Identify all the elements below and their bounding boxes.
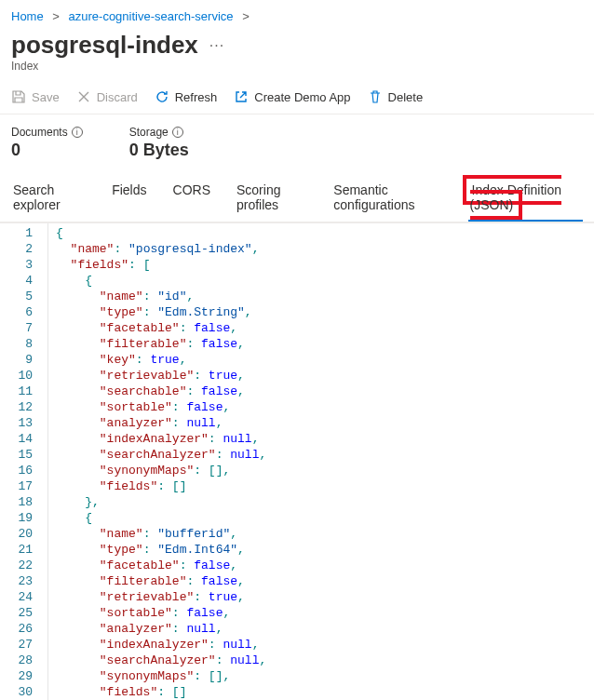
breadcrumb: Home > azure-cognitive-search-service > — [0, 0, 594, 27]
discard-label: Discard — [97, 90, 138, 104]
more-menu-icon[interactable]: ··· — [209, 37, 224, 54]
json-editor[interactable]: 1234567891011121314151617181920212223242… — [0, 222, 594, 700]
documents-label: Documents — [11, 126, 68, 139]
discard-icon — [76, 89, 91, 104]
highlight-annotation: Index Definition (JSON) — [463, 175, 562, 220]
line-gutter: 1234567891011121314151617181920212223242… — [0, 223, 48, 700]
delete-icon — [368, 89, 383, 104]
delete-label: Delete — [388, 90, 424, 104]
breadcrumb-sep: > — [236, 9, 255, 23]
refresh-icon — [155, 89, 169, 104]
page-subtitle: Index — [0, 60, 594, 84]
info-icon[interactable]: i — [172, 127, 183, 138]
storage-stat: Storage i 0 Bytes — [129, 126, 189, 160]
storage-value: 0 Bytes — [129, 139, 189, 160]
storage-label: Storage — [129, 126, 169, 139]
create-demo-button[interactable]: Create Demo App — [234, 89, 350, 104]
tab-semantic[interactable]: Semantic configurations — [331, 173, 445, 222]
tab-search-explorer[interactable]: Search explorer — [11, 173, 88, 222]
refresh-button[interactable]: Refresh — [155, 89, 218, 104]
discard-button: Discard — [76, 89, 138, 104]
tab-fields[interactable]: Fields — [110, 173, 148, 222]
tab-index-definition[interactable]: Index Definition (JSON) — [468, 173, 583, 222]
documents-value: 0 — [11, 139, 83, 160]
external-link-icon — [234, 89, 249, 104]
tabs: Search explorer Fields CORS Scoring prof… — [0, 173, 594, 222]
stats-bar: Documents i 0 Storage i 0 Bytes — [0, 114, 594, 173]
page-title: posgresql-index — [11, 31, 198, 60]
save-button: Save — [11, 89, 60, 104]
refresh-label: Refresh — [175, 90, 218, 104]
tab-index-definition-label: Index Definition (JSON) — [470, 182, 562, 212]
delete-button[interactable]: Delete — [368, 89, 424, 104]
save-icon — [11, 89, 26, 104]
save-label: Save — [32, 90, 60, 104]
code-content[interactable]: { "name": "posgresql-index", "fields": [… — [48, 223, 266, 700]
documents-stat: Documents i 0 — [11, 126, 83, 160]
tab-scoring[interactable]: Scoring profiles — [235, 173, 309, 222]
toolbar: Save Discard Refresh Create Demo App Del… — [0, 84, 594, 114]
tab-cors[interactable]: CORS — [171, 173, 212, 222]
breadcrumb-service[interactable]: azure-cognitive-search-service — [69, 9, 234, 23]
title-row: posgresql-index ··· — [0, 27, 594, 60]
info-icon[interactable]: i — [72, 127, 83, 138]
create-demo-label: Create Demo App — [254, 90, 350, 104]
breadcrumb-sep: > — [47, 9, 65, 23]
breadcrumb-home[interactable]: Home — [11, 9, 44, 23]
